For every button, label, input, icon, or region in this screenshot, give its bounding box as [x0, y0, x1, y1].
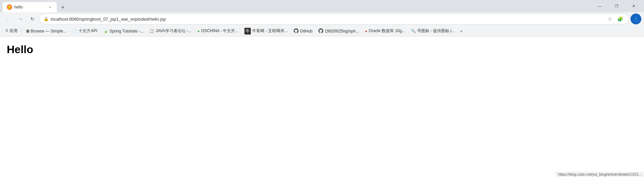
window-controls: — ❐ ✕	[592, 0, 641, 12]
bookmark-label-2: Spring Tutorials -...	[110, 29, 144, 34]
status-bar: https://blog.csdn.net/yw_blog/article/de…	[555, 172, 644, 177]
bookmark-icon-6	[294, 28, 299, 34]
bookmark-item-7[interactable]: 19920625lsg/spri...	[316, 27, 361, 35]
bookmark-item-0[interactable]: ▦ Browse — Simple...	[23, 27, 69, 35]
bookmark-icon-3: 📋	[149, 29, 154, 33]
bookmark-label-4: OSCHINA - 中文开...	[201, 28, 239, 34]
bookmark-label-0: Browse — Simple...	[31, 29, 66, 34]
bookmark-label-9: 寻图标 - 提供图标,i...	[417, 28, 455, 34]
bookmarks-bar: ⠿ 应用 ▦ Browse — Simple... 📄 十次方API 🍃 Spr…	[0, 26, 644, 37]
bookmark-label-1: 十次方API	[78, 28, 97, 34]
bookmark-icon-9: 🔍	[411, 29, 416, 33]
address-bar: ← → ↻ 🔒 ☆ 🧩 👤	[0, 12, 644, 26]
tab-title: hello	[14, 5, 45, 9]
forward-button[interactable]: →	[15, 14, 26, 24]
bookmark-icon-0: ▦	[26, 29, 29, 33]
bookmark-icon-7	[318, 28, 323, 34]
apps-label: 应用	[9, 28, 18, 34]
address-input[interactable]	[51, 17, 603, 22]
bookmark-item-8[interactable]: ● Oracle 数据库 10g...	[362, 27, 408, 35]
tab-close-button[interactable]: ×	[47, 4, 53, 10]
reload-button[interactable]: ↻	[27, 14, 38, 24]
lock-icon: 🔒	[44, 17, 49, 21]
bookmark-apps[interactable]: ⠿ 应用	[3, 27, 20, 35]
bookmark-item-4[interactable]: ● OSCHINA - 中文开...	[195, 27, 241, 35]
bookmark-label-7: 19920625lsg/spri...	[325, 29, 359, 34]
page-heading: Hello	[7, 43, 637, 56]
close-button[interactable]: ✕	[626, 0, 641, 12]
page-content: Hello	[0, 37, 644, 177]
tab-group: 😊 hello × +	[3, 0, 591, 12]
bookmark-label-6: GitHub	[300, 29, 312, 34]
bookmark-icon-4: ●	[197, 29, 200, 33]
bookmark-icon-5: 牛	[244, 28, 251, 35]
new-tab-button[interactable]: +	[58, 3, 68, 12]
maximize-button[interactable]: ❐	[609, 0, 624, 12]
bookmark-label-3: JAVA学习者论坛 -...	[156, 28, 191, 34]
bookmark-item-6[interactable]: GitHub	[291, 27, 315, 35]
bookmark-separator	[22, 28, 22, 34]
profile-icon: 👤	[633, 16, 639, 22]
active-tab[interactable]: 😊 hello ×	[3, 2, 57, 12]
bookmark-item-1[interactable]: 📄 十次方API	[70, 27, 100, 35]
profile-button[interactable]: 👤	[630, 14, 641, 24]
minimize-button[interactable]: —	[592, 0, 607, 12]
bookmark-icon-1: 📄	[72, 29, 77, 33]
bookmark-item-5[interactable]: 牛 牛客网 - 互联网求...	[242, 27, 290, 35]
bookmark-item-2[interactable]: 🍃 Spring Tutorials -...	[101, 27, 146, 35]
bookmark-star-button[interactable]: ☆	[605, 14, 615, 24]
bookmark-label-8: Oracle 数据库 10g...	[368, 28, 405, 34]
back-button[interactable]: ←	[3, 14, 14, 24]
title-bar: 😊 hello × + — ❐ ✕	[0, 0, 644, 12]
apps-grid-icon: ⠿	[5, 29, 8, 33]
bookmark-label-5: 牛客网 - 互联网求...	[252, 28, 288, 34]
bookmark-icon-2: 🍃	[103, 29, 108, 33]
address-input-wrap[interactable]: 🔒 ☆ 🧩	[39, 14, 629, 24]
tab-favicon: 😊	[7, 4, 12, 10]
extensions-button[interactable]: 🧩	[615, 14, 625, 24]
more-bookmarks-button[interactable]: »	[459, 29, 464, 34]
bookmark-item-3[interactable]: 📋 JAVA学习者论坛 -...	[147, 27, 194, 35]
status-url: https://blog.csdn.net/yw_blog/article/de…	[558, 172, 641, 176]
bookmark-item-9[interactable]: 🔍 寻图标 - 提供图标,i...	[408, 27, 457, 35]
bookmark-icon-8: ●	[365, 29, 367, 33]
address-right-icons: ☆ 🧩	[605, 14, 625, 24]
